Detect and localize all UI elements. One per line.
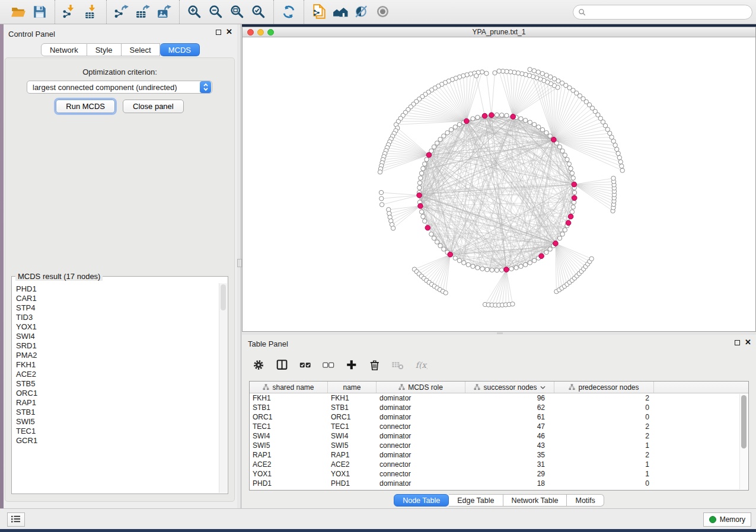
table-cell: TEC1 — [328, 422, 377, 431]
export-network-button[interactable] — [111, 2, 132, 21]
result-list-item[interactable]: ORC1 — [12, 389, 219, 398]
tab-style[interactable]: Style — [87, 43, 122, 56]
table-row[interactable]: PHD1PHD1dominator180 — [250, 479, 748, 488]
criterion-dropdown[interactable]: largest connected component (undirected) — [27, 81, 212, 94]
open-file-button[interactable] — [8, 2, 29, 21]
table-cell: ACE2 — [250, 460, 328, 469]
table-row[interactable]: STB1STB1dominator620 — [250, 403, 748, 412]
result-list-item[interactable]: PMA2 — [12, 351, 219, 360]
result-list-item[interactable]: RAP1 — [12, 398, 219, 408]
table-cell: FKH1 — [250, 394, 328, 402]
table-cell: 61 — [465, 413, 554, 421]
network-from-document-button[interactable] — [308, 2, 330, 21]
table-row[interactable]: ACE2ACE2connector311 — [250, 460, 748, 469]
run-mcds-button[interactable]: Run MCDS — [56, 100, 115, 113]
network-window-title: YPA_prune.txt_1 — [243, 28, 755, 36]
apply-layout-button[interactable] — [278, 2, 299, 21]
delete-row-button[interactable] — [368, 358, 382, 372]
column-header-MCDS-role[interactable]: MCDS role — [377, 382, 465, 393]
memory-button[interactable]: Memory — [703, 512, 751, 527]
table-row[interactable]: TEC1TEC1connector472 — [250, 422, 748, 431]
show-columns-button[interactable] — [275, 358, 289, 372]
delete-table-button[interactable] — [391, 358, 405, 372]
table-row[interactable]: RAP1RAP1dominator352 — [250, 450, 748, 460]
save-session-button[interactable] — [29, 2, 50, 21]
network-window-titlebar[interactable]: YPA_prune.txt_1 — [243, 27, 755, 37]
import-network-button[interactable] — [59, 2, 81, 21]
tab-network[interactable]: Network — [41, 43, 87, 56]
table-panel-title: Table Panel — [248, 339, 288, 348]
result-list-item[interactable]: STB5 — [12, 379, 219, 389]
zoom-out-button[interactable] — [205, 2, 227, 21]
table-row[interactable]: FKH1FKH1dominator962 — [250, 393, 748, 403]
chevron-updown-icon — [200, 81, 211, 93]
tab-node-table[interactable]: Node Table — [394, 494, 449, 507]
result-list-item[interactable]: SRD1 — [12, 341, 219, 351]
column-header-shared-name[interactable]: shared name — [250, 382, 328, 393]
select-all-checkboxes-button[interactable] — [298, 358, 312, 372]
zoom-selected-button[interactable] — [248, 2, 269, 21]
import-table-button[interactable] — [81, 2, 102, 21]
splitter-grip[interactable] — [237, 259, 242, 267]
export-table-button[interactable] — [132, 2, 154, 21]
close-panel-icon[interactable]: ✕ — [226, 29, 232, 35]
add-row-button[interactable] — [344, 358, 359, 372]
result-list-item[interactable]: TEC1 — [12, 427, 219, 436]
status-bar: Memory — [0, 508, 756, 529]
close-table-panel-icon[interactable]: ✕ — [745, 339, 751, 345]
export-image-button[interactable] — [154, 2, 175, 21]
function-builder-button[interactable]: f(x) — [414, 358, 428, 372]
table-row[interactable]: ORC1ORC1dominator610 — [250, 412, 748, 422]
search-input[interactable] — [573, 5, 752, 20]
table-cell: connector — [377, 441, 465, 450]
zoom-fit-button[interactable] — [227, 2, 248, 21]
column-header-name[interactable]: name — [328, 382, 377, 393]
result-list-item[interactable]: FKH1 — [12, 360, 219, 370]
result-list-item[interactable]: STB1 — [12, 408, 219, 417]
panel-splitter[interactable] — [237, 24, 242, 508]
result-list-item[interactable]: SWI5 — [12, 417, 219, 427]
column-header-successor-nodes[interactable]: successor nodes — [465, 382, 554, 393]
attribute-type-icon — [474, 384, 480, 390]
tab-edge-table[interactable]: Edge Table — [449, 494, 503, 507]
table-row[interactable]: SWI4SWI4dominator462 — [250, 431, 748, 441]
mcds-result-list[interactable]: PHD1CAR1STP4TID3YOX1SWI4SRD1PMA2FKH1ACE2… — [12, 283, 219, 493]
tab-motifs[interactable]: Motifs — [567, 494, 604, 507]
control-panel-title: Control Panel — [8, 30, 55, 39]
result-list-item[interactable]: YOX1 — [12, 322, 219, 332]
table-row[interactable]: SWI5SWI5connector431 — [250, 441, 748, 450]
tab-mcds[interactable]: MCDS — [160, 43, 200, 56]
table-scrollbar[interactable] — [739, 394, 748, 489]
scrollbar-thumb[interactable] — [741, 395, 747, 448]
table-settings-button[interactable] — [252, 358, 266, 372]
open-file-icon — [11, 4, 26, 20]
network-canvas[interactable] — [243, 37, 755, 331]
birds-eye-view-button[interactable] — [372, 2, 394, 21]
result-list-item[interactable]: SWI4 — [12, 332, 219, 341]
result-list-item[interactable]: TID3 — [12, 313, 219, 322]
result-list-item[interactable]: STP4 — [12, 303, 219, 313]
result-list-item[interactable]: CAR1 — [12, 294, 219, 303]
show-panels-button[interactable] — [7, 512, 25, 527]
table-cell: ORC1 — [328, 413, 377, 421]
float-panel-icon[interactable] — [216, 30, 221, 35]
clear-checkboxes-button[interactable] — [321, 358, 336, 372]
result-list-scrollbar[interactable] — [219, 283, 227, 493]
node-table[interactable]: shared namenameMCDS rolesuccessor nodesp… — [249, 381, 749, 491]
delete-table-icon — [391, 358, 404, 371]
home-button[interactable] — [330, 2, 351, 21]
result-list-item[interactable]: GCR1 — [12, 436, 219, 446]
tab-network-table[interactable]: Network Table — [503, 494, 567, 507]
delete-row-icon — [368, 358, 381, 371]
column-header-predecessor-nodes[interactable]: predecessor nodes — [554, 382, 654, 393]
float-table-panel-icon[interactable] — [735, 340, 740, 345]
close-panel-button[interactable]: Close panel — [123, 100, 184, 113]
sort-desc-icon — [540, 386, 546, 389]
table-row[interactable]: YOX1YOX1connector291 — [250, 469, 748, 479]
table-cell: 0 — [554, 403, 654, 412]
hide-graphics-details-button[interactable] — [351, 2, 372, 21]
zoom-in-button[interactable] — [184, 2, 205, 21]
tab-select[interactable]: Select — [122, 43, 160, 56]
result-list-item[interactable]: PHD1 — [12, 284, 219, 294]
result-list-item[interactable]: ACE2 — [12, 370, 219, 379]
